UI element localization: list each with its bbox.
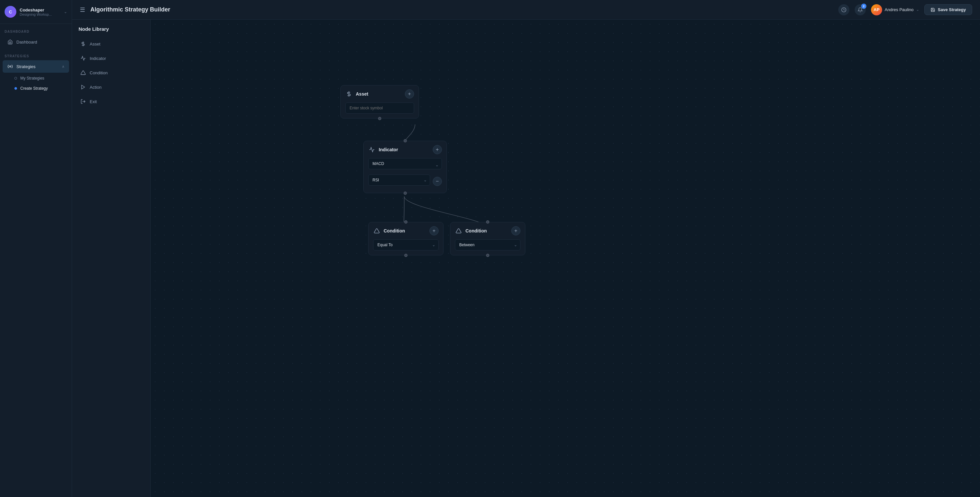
condition-node-2: Condition + Equal To Greater Than Less T… bbox=[450, 222, 525, 255]
equal-to-select-wrapper: Equal To Greater Than Less Than Between … bbox=[373, 239, 439, 250]
condition1-node-output-dot bbox=[404, 254, 407, 257]
menu-icon[interactable]: ☰ bbox=[80, 6, 85, 13]
condition-node-1: Condition + Equal To Greater Than Less T… bbox=[368, 222, 444, 255]
avatar: C bbox=[5, 6, 16, 18]
indicator-node-output-dot bbox=[404, 191, 407, 195]
condition2-node-body: Equal To Greater Than Less Than Between … bbox=[450, 239, 525, 255]
condition1-node-input-dot bbox=[404, 220, 407, 224]
sidebar-item-strategies[interactable]: Strategies ∧ bbox=[3, 60, 69, 73]
profile-chevron-icon: ⌄ bbox=[64, 10, 67, 14]
profile-info: Codeshaper Designing Worksp... bbox=[20, 8, 60, 16]
node-item-exit[interactable]: Exit bbox=[76, 95, 146, 108]
node-item-condition[interactable]: Condition bbox=[76, 66, 146, 80]
sidebar-item-my-strategies[interactable]: My Strategies bbox=[7, 73, 69, 83]
main: ☰ Algorithmic Strategy Builder 2 AP Andr… bbox=[72, 0, 980, 497]
condition2-node-icon bbox=[455, 227, 462, 234]
notification-icon-button[interactable]: 2 bbox=[854, 4, 866, 15]
triangle-icon bbox=[80, 69, 86, 76]
indicator-node-header: Indicator + bbox=[364, 141, 447, 158]
sidebar-item-create-strategy[interactable]: Create Strategy bbox=[7, 83, 69, 93]
node-item-action-label: Action bbox=[90, 85, 102, 90]
indicator-node-input-dot bbox=[404, 139, 407, 142]
node-item-indicator-label: Indicator bbox=[90, 56, 106, 61]
create-strategy-dot bbox=[14, 87, 17, 90]
between-select-wrapper: Equal To Greater Than Less Than Between … bbox=[455, 239, 520, 250]
rsi-select-row: RSI MACD EMA SMA ⌄ − bbox=[368, 175, 442, 188]
username-label: Andres Paulino bbox=[885, 7, 913, 12]
save-strategy-button[interactable]: Save Strategy bbox=[924, 4, 972, 15]
my-strategies-label: My Strategies bbox=[20, 76, 44, 81]
user-avatar: AP bbox=[871, 4, 882, 15]
save-strategy-label: Save Strategy bbox=[938, 7, 966, 12]
indicator-node-body: MACD RSI EMA SMA Bollinger Bands ⌄ RSI bbox=[364, 158, 447, 193]
macd-select[interactable]: MACD RSI EMA SMA Bollinger Bands bbox=[368, 158, 442, 169]
node-item-condition-label: Condition bbox=[90, 70, 108, 75]
sidebar-item-dashboard[interactable]: Dashboard bbox=[3, 36, 69, 48]
condition1-node-header: Condition + bbox=[369, 222, 443, 239]
condition2-node-header: Condition + bbox=[450, 222, 525, 239]
strategies-chevron-icon: ∧ bbox=[62, 64, 64, 69]
asset-node-body bbox=[341, 102, 418, 118]
node-item-indicator[interactable]: Indicator bbox=[76, 51, 146, 65]
dashboard-section-label: DASHBOARD bbox=[0, 24, 72, 35]
user-menu[interactable]: AP Andres Paulino ⌄ bbox=[871, 4, 919, 15]
svg-marker-3 bbox=[81, 85, 84, 89]
svg-point-0 bbox=[10, 66, 11, 67]
profile-sub: Designing Worksp... bbox=[20, 13, 60, 16]
page-title: Algorithmic Strategy Builder bbox=[90, 6, 838, 13]
user-chevron-icon: ⌄ bbox=[916, 8, 919, 12]
node-library-title: Node Library bbox=[76, 26, 146, 32]
strategies-label: Strategies bbox=[16, 64, 36, 69]
condition1-node-add-button[interactable]: + bbox=[430, 226, 439, 236]
macd-select-wrapper: MACD RSI EMA SMA Bollinger Bands ⌄ bbox=[368, 158, 442, 172]
condition2-node-output-dot bbox=[486, 254, 489, 257]
canvas: Asset + Indicator + bbox=[151, 20, 980, 497]
asset-node-add-button[interactable]: + bbox=[405, 89, 414, 99]
condition1-node-icon bbox=[373, 227, 380, 234]
stock-symbol-input[interactable] bbox=[345, 102, 414, 114]
equal-to-select[interactable]: Equal To Greater Than Less Than Between bbox=[373, 239, 439, 250]
connector-svg bbox=[151, 20, 980, 497]
condition2-node-add-button[interactable]: + bbox=[511, 226, 520, 236]
asset-node-output-dot bbox=[378, 117, 381, 120]
rsi-remove-button[interactable]: − bbox=[433, 177, 442, 186]
condition2-node-input-dot bbox=[486, 220, 489, 224]
asset-node-icon bbox=[345, 90, 353, 97]
indicator-node-title: Indicator bbox=[379, 147, 430, 152]
asset-node: Asset + bbox=[340, 85, 419, 118]
condition1-node-title: Condition bbox=[383, 228, 426, 233]
asset-node-header: Asset + bbox=[341, 86, 418, 102]
activity-icon bbox=[80, 55, 86, 62]
create-strategy-label: Create Strategy bbox=[20, 86, 48, 91]
strategies-section-label: STRATEGIES bbox=[0, 48, 72, 60]
dollar-icon bbox=[80, 41, 86, 47]
rsi-select-wrapper: RSI MACD EMA SMA ⌄ bbox=[368, 175, 430, 186]
exit-icon bbox=[80, 98, 86, 105]
condition2-node-title: Condition bbox=[465, 228, 508, 233]
strategies-icon bbox=[7, 64, 13, 69]
rsi-select[interactable]: RSI MACD EMA SMA bbox=[368, 175, 430, 186]
indicator-node-icon bbox=[368, 146, 375, 153]
content-area: Node Library Asset Indicator bbox=[72, 20, 980, 497]
node-item-exit-label: Exit bbox=[90, 99, 97, 104]
strategies-sub-items: My Strategies Create Strategy bbox=[0, 73, 72, 94]
profile-name: Codeshaper bbox=[20, 8, 60, 13]
node-item-action[interactable]: Action bbox=[76, 80, 146, 94]
indicator-node-add-button[interactable]: + bbox=[433, 145, 442, 154]
play-icon bbox=[80, 84, 86, 90]
sidebar-profile[interactable]: C Codeshaper Designing Worksp... ⌄ bbox=[0, 0, 72, 24]
sidebar: C Codeshaper Designing Worksp... ⌄ DASHB… bbox=[0, 0, 72, 497]
notification-badge: 2 bbox=[861, 3, 866, 9]
condition1-node-body: Equal To Greater Than Less Than Between … bbox=[369, 239, 443, 255]
topbar: ☰ Algorithmic Strategy Builder 2 AP Andr… bbox=[72, 0, 980, 20]
my-strategies-dot bbox=[14, 77, 17, 80]
clock-icon-button[interactable] bbox=[838, 4, 850, 15]
node-library-panel: Node Library Asset Indicator bbox=[72, 20, 151, 497]
node-item-asset-label: Asset bbox=[90, 41, 100, 46]
topbar-actions: 2 AP Andres Paulino ⌄ Save Strategy bbox=[838, 4, 972, 15]
node-item-asset[interactable]: Asset bbox=[76, 37, 146, 51]
home-icon bbox=[7, 39, 13, 45]
between-select[interactable]: Equal To Greater Than Less Than Between bbox=[455, 239, 520, 250]
asset-node-title: Asset bbox=[356, 91, 402, 97]
indicator-node: Indicator + MACD RSI EMA SMA Bollinger B… bbox=[363, 141, 447, 193]
